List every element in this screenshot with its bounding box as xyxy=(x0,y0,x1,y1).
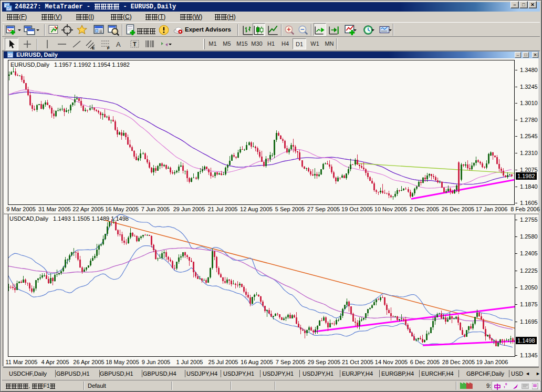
svg-text:T: T xyxy=(133,41,137,47)
svg-text:E: E xyxy=(92,46,95,49)
svg-text:F: F xyxy=(107,46,110,49)
